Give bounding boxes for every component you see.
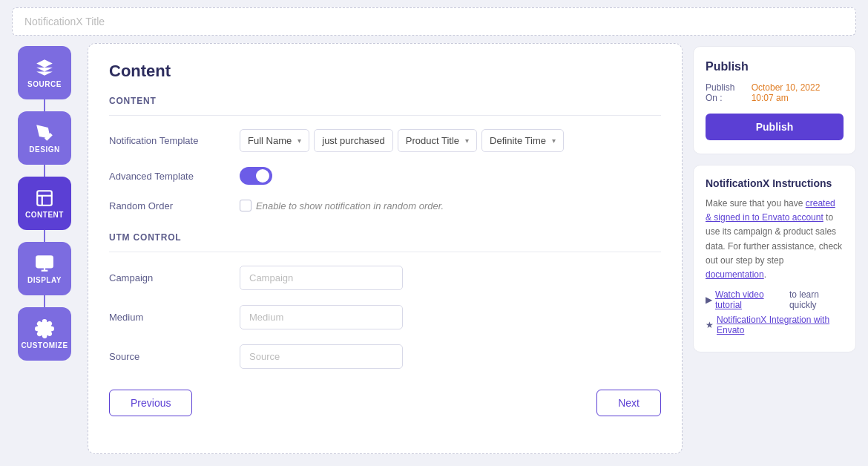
svg-rect-0 xyxy=(37,191,52,206)
medium-row: Medium xyxy=(109,305,661,329)
chevron-down-icon: ▾ xyxy=(297,137,301,145)
publish-date-value: October 10, 2022 10:07 am xyxy=(752,82,844,103)
star-icon: ★ xyxy=(706,320,714,330)
publish-date-row: Publish On : October 10, 2022 10:07 am xyxy=(706,82,844,103)
definite-time-dropdown[interactable]: Definite Time ▾ xyxy=(481,129,564,152)
envato-account-link[interactable]: created & signed in to Envato account xyxy=(706,198,835,223)
content-section-label: CONTENT xyxy=(109,96,661,116)
source-controls xyxy=(240,344,661,369)
medium-controls xyxy=(240,305,661,329)
watch-video-suffix: to learn quickly xyxy=(789,289,844,310)
content-panel: Content CONTENT Notification Template Fu… xyxy=(88,43,683,454)
integration-link-item: ★ NotificationX Integration with Envato xyxy=(706,315,844,335)
random-order-checkbox[interactable] xyxy=(240,200,251,211)
bottom-nav: Previous Next xyxy=(109,390,661,416)
notification-template-controls: Full Name ▾ just purchased Product Title… xyxy=(240,129,661,152)
sidebar: SOURCE DESIGN CONTENT xyxy=(12,43,77,454)
svg-rect-3 xyxy=(36,256,53,267)
sidebar-connector-2 xyxy=(44,165,45,177)
source-row: Source xyxy=(109,344,661,369)
notification-template-label: Notification Template xyxy=(109,135,228,146)
publish-button[interactable]: Publish xyxy=(706,114,844,140)
sidebar-connector-3 xyxy=(44,230,45,242)
documentation-link[interactable]: documentation xyxy=(706,269,764,280)
layers-icon xyxy=(35,58,54,77)
instructions-title: NotificationX Instructions xyxy=(706,177,844,189)
advanced-template-toggle[interactable] xyxy=(240,167,272,185)
sidebar-connector-1 xyxy=(44,99,45,111)
instructions-card: NotificationX Instructions Make sure tha… xyxy=(693,165,856,352)
app-container: SOURCE DESIGN CONTENT xyxy=(0,0,868,466)
utm-section-label: UTM CONTROL xyxy=(109,232,661,252)
advanced-template-label: Advanced Template xyxy=(109,171,228,182)
advanced-template-controls xyxy=(240,167,661,185)
instructions-text: Make sure that you have created & signed… xyxy=(706,197,844,282)
publish-card: Publish Publish On : October 10, 2022 10… xyxy=(693,46,856,154)
layout-icon xyxy=(35,188,54,208)
watch-video-link-item: ▶ Watch video tutorial to learn quickly xyxy=(706,289,844,310)
just-purchased-dropdown[interactable]: just purchased xyxy=(314,129,393,152)
sidebar-source-label: SOURCE xyxy=(27,80,62,88)
chevron-down-icon-3: ▾ xyxy=(552,137,556,145)
notification-title-input[interactable] xyxy=(12,7,856,36)
definite-time-value: Definite Time xyxy=(490,135,546,146)
sidebar-item-design[interactable]: DESIGN xyxy=(18,111,71,165)
random-order-label: Random Order xyxy=(109,200,228,211)
integration-link[interactable]: NotificationX Integration with Envato xyxy=(717,315,844,335)
campaign-label: Campaign xyxy=(109,272,228,283)
campaign-controls xyxy=(240,266,661,290)
advanced-template-row: Advanced Template xyxy=(109,167,661,185)
sidebar-content-label: CONTENT xyxy=(25,211,64,219)
publish-date-label: Publish On : xyxy=(706,82,747,103)
campaign-input[interactable] xyxy=(240,266,403,290)
sidebar-item-display[interactable]: DISPLAY xyxy=(18,242,71,295)
title-bar xyxy=(0,0,868,43)
main-layout: SOURCE DESIGN CONTENT xyxy=(0,43,868,466)
medium-input[interactable] xyxy=(240,305,403,329)
full-name-dropdown[interactable]: Full Name ▾ xyxy=(240,129,309,152)
random-order-row: Random Order Enable to show notification… xyxy=(109,200,661,211)
product-title-value: Product Title xyxy=(406,135,459,146)
campaign-row: Campaign xyxy=(109,266,661,290)
utm-section-gap: UTM CONTROL Campaign Medium xyxy=(109,232,661,369)
sidebar-item-content[interactable]: CONTENT xyxy=(18,177,71,230)
just-purchased-value: just purchased xyxy=(322,135,385,146)
monitor-icon xyxy=(35,254,54,273)
pen-icon xyxy=(35,123,54,142)
medium-label: Medium xyxy=(109,312,228,323)
watch-video-link[interactable]: Watch video tutorial xyxy=(715,289,786,310)
right-panel: Publish Publish On : October 10, 2022 10… xyxy=(693,43,856,454)
notification-template-row: Notification Template Full Name ▾ just p… xyxy=(109,129,661,152)
random-order-controls: Enable to show notification in random or… xyxy=(240,200,661,211)
source-label: Source xyxy=(109,351,228,362)
source-input[interactable] xyxy=(240,344,403,369)
panel-title: Content xyxy=(109,62,661,81)
next-button[interactable]: Next xyxy=(596,390,661,416)
settings-icon xyxy=(35,319,54,338)
sidebar-item-source[interactable]: SOURCE xyxy=(18,46,71,99)
sidebar-design-label: DESIGN xyxy=(29,145,59,154)
random-order-checkbox-text: Enable to show notification in random or… xyxy=(256,200,444,211)
sidebar-display-label: DISPLAY xyxy=(27,276,62,284)
sidebar-customize-label: CUSTOMIZE xyxy=(21,341,68,350)
previous-button[interactable]: Previous xyxy=(109,390,192,416)
sidebar-connector-4 xyxy=(44,295,45,307)
sidebar-item-customize[interactable]: CUSTOMIZE xyxy=(18,307,71,361)
full-name-value: Full Name xyxy=(248,135,292,146)
chevron-down-icon-2: ▾ xyxy=(465,137,469,145)
video-icon: ▶ xyxy=(706,295,712,305)
product-title-dropdown[interactable]: Product Title ▾ xyxy=(398,129,477,152)
publish-card-title: Publish xyxy=(706,60,844,73)
